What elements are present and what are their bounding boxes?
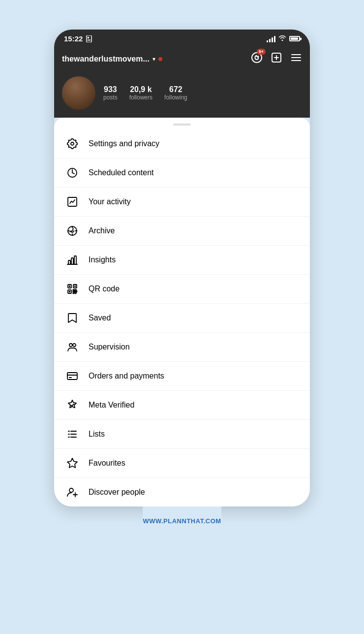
insights-label: Insights xyxy=(89,255,116,264)
menu-item-lists[interactable]: Lists xyxy=(54,420,310,449)
active-status-dot xyxy=(158,57,162,61)
following-label: following xyxy=(164,94,187,101)
instagram-header: thewanderlustmovem... ▾ 9+ xyxy=(54,47,310,72)
svg-rect-15 xyxy=(71,258,73,264)
settings-label: Settings and privacy xyxy=(89,139,159,148)
svg-rect-3 xyxy=(88,40,91,41)
notification-badge: 9+ xyxy=(257,49,266,55)
star-icon xyxy=(66,457,79,470)
header-icons: 9+ xyxy=(251,52,302,66)
svg-rect-1 xyxy=(88,37,89,38)
supervision-icon xyxy=(66,341,79,353)
posts-label: posts xyxy=(103,94,118,101)
orders-label: Orders and payments xyxy=(89,372,164,380)
menu-item-favourites[interactable]: Favourites xyxy=(54,449,310,478)
menu-list: Settings and privacy Scheduled content xyxy=(54,129,310,507)
meta-verified-label: Meta Verified xyxy=(89,401,134,410)
sim-icon xyxy=(86,35,92,42)
svg-rect-32 xyxy=(73,292,75,293)
followers-stat[interactable]: 20,9 k followers xyxy=(129,85,152,101)
menu-item-saved[interactable]: Saved xyxy=(54,304,310,333)
phone-frame: 15:22 xyxy=(54,30,310,507)
svg-rect-23 xyxy=(69,291,70,292)
following-count: 672 xyxy=(169,85,182,94)
svg-rect-14 xyxy=(68,260,70,264)
drag-handle xyxy=(173,124,191,126)
profile-stats: 933 posts 20,9 k followers 672 following xyxy=(54,72,310,118)
wifi-icon xyxy=(278,35,286,42)
menu-item-discover[interactable]: Discover people xyxy=(54,478,310,507)
svg-rect-33 xyxy=(75,292,77,293)
avatar[interactable] xyxy=(62,76,95,110)
svg-point-46 xyxy=(69,488,73,492)
dropdown-arrow-icon: ▾ xyxy=(152,56,155,63)
status-bar: 15:22 xyxy=(54,30,310,47)
svg-point-34 xyxy=(69,344,72,347)
scheduled-label: Scheduled content xyxy=(89,168,154,177)
profile-username: thewanderlustmovem... xyxy=(62,55,150,63)
menu-item-archive[interactable]: Archive xyxy=(54,217,310,246)
clock-icon xyxy=(66,166,79,179)
bar-chart-icon xyxy=(66,254,79,266)
stats-row: 933 posts 20,9 k followers 672 following xyxy=(103,85,187,101)
hamburger-menu-icon[interactable] xyxy=(290,52,302,66)
menu-item-scheduled[interactable]: Scheduled content xyxy=(54,158,310,188)
threads-icon[interactable]: 9+ xyxy=(251,52,263,66)
menu-item-activity[interactable]: Your activity xyxy=(54,188,310,217)
svg-point-11 xyxy=(71,142,74,145)
activity-label: Your activity xyxy=(89,197,131,206)
svg-rect-22 xyxy=(74,285,76,287)
posts-count: 933 xyxy=(104,85,117,94)
svg-point-35 xyxy=(73,344,76,347)
supervision-label: Supervision xyxy=(89,343,130,351)
followers-count: 20,9 k xyxy=(130,85,152,94)
svg-rect-2 xyxy=(88,39,91,40)
archive-label: Archive xyxy=(89,226,115,235)
add-post-icon[interactable] xyxy=(271,52,282,66)
bookmark-icon xyxy=(66,312,79,324)
menu-item-supervision[interactable]: Supervision xyxy=(54,333,310,362)
saved-label: Saved xyxy=(89,314,111,322)
discover-label: Discover people xyxy=(89,488,145,497)
signal-icon xyxy=(267,35,275,42)
settings-icon xyxy=(66,137,79,150)
favourites-label: Favourites xyxy=(89,459,125,468)
battery-icon xyxy=(289,36,300,41)
posts-stat[interactable]: 933 posts xyxy=(103,85,118,101)
footer-url: WWW.PLANNTHAT.COM xyxy=(143,517,221,525)
add-person-icon xyxy=(66,486,79,499)
archive-icon xyxy=(66,224,79,237)
menu-item-settings[interactable]: Settings and privacy xyxy=(54,129,310,158)
avatar-image xyxy=(62,76,95,110)
qr-label: QR code xyxy=(89,285,120,293)
verified-icon xyxy=(66,399,79,412)
svg-rect-21 xyxy=(69,285,70,287)
menu-item-meta-verified[interactable]: Meta Verified xyxy=(54,391,310,420)
menu-item-qr[interactable]: QR code xyxy=(54,275,310,304)
footer: WWW.PLANNTHAT.COM xyxy=(143,507,221,533)
profile-name-section[interactable]: thewanderlustmovem... ▾ xyxy=(62,55,162,63)
svg-rect-16 xyxy=(74,256,76,264)
following-stat[interactable]: 672 following xyxy=(164,85,187,101)
activity-icon xyxy=(66,195,79,208)
svg-rect-36 xyxy=(67,373,77,380)
lists-icon xyxy=(66,428,79,441)
menu-item-insights[interactable]: Insights xyxy=(54,246,310,275)
followers-label: followers xyxy=(129,94,152,101)
time-display: 15:22 xyxy=(64,34,83,43)
lists-label: Lists xyxy=(89,430,105,439)
bottom-sheet-menu: Settings and privacy Scheduled content xyxy=(54,118,310,507)
svg-marker-45 xyxy=(67,458,77,468)
card-icon xyxy=(66,370,79,382)
menu-item-orders[interactable]: Orders and payments xyxy=(54,362,310,391)
svg-rect-0 xyxy=(87,35,91,42)
qr-icon xyxy=(66,283,79,295)
